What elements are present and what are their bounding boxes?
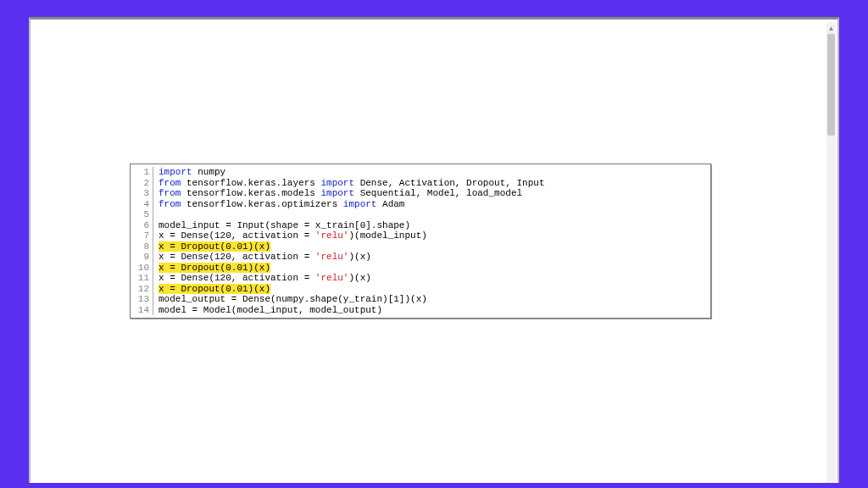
code-content: x = Dense(120, activation = 'relu')(x) [153,252,371,263]
code-content: x = Dense(120, activation = 'relu')(mode… [153,230,427,241]
code-content: model = Model(model_input, model_output) [153,305,382,316]
code-content: import numpy [153,167,225,178]
line-number: 9 [131,252,153,263]
code-line: 7x = Dense(120, activation = 'relu')(mod… [131,230,710,241]
code-line: 1import numpy [131,167,710,178]
line-number: 13 [131,294,153,305]
line-number: 8 [131,241,153,252]
line-number: 7 [131,230,153,241]
code-line: 2from tensorflow.keras.layers import Den… [131,178,710,189]
code-content: x = Dropout(0.01)(x) [153,284,270,295]
code-content [153,209,159,220]
code-line: 14model = Model(model_input, model_outpu… [131,305,710,316]
code-content: x = Dropout(0.01)(x) [153,241,270,252]
scroll-thumb[interactable] [827,34,835,136]
code-content: from tensorflow.keras.models import Sequ… [153,188,522,199]
line-number: 6 [131,220,153,231]
code-line: 10x = Dropout(0.01)(x) [131,263,710,274]
code-line: 8x = Dropout(0.01)(x) [131,241,710,252]
code-content: from tensorflow.keras.optimizers import … [153,199,404,210]
code-content: x = Dropout(0.01)(x) [153,263,270,274]
line-number: 12 [131,284,153,295]
document-page: 1import numpy2from tensorflow.keras.laye… [29,17,839,483]
code-content: model_output = Dense(numpy.shape(y_train… [153,294,427,305]
code-content: from tensorflow.keras.layers import Dens… [153,178,544,189]
line-number: 5 [131,209,153,220]
code-listing: 1import numpy2from tensorflow.keras.laye… [130,164,711,319]
line-number: 3 [131,188,153,199]
line-number: 4 [131,199,153,210]
line-number: 1 [131,167,153,178]
vertical-scrollbar[interactable]: ▲ [826,23,836,483]
code-line: 9x = Dense(120, activation = 'relu')(x) [131,252,710,263]
code-line: 13model_output = Dense(numpy.shape(y_tra… [131,294,710,305]
code-line: 6model_input = Input(shape = x_train[0].… [131,220,710,231]
line-number: 2 [131,178,153,189]
code-line: 11x = Dense(120, activation = 'relu')(x) [131,273,710,284]
code-line: 3from tensorflow.keras.models import Seq… [131,188,710,199]
scroll-up-icon[interactable]: ▲ [826,23,836,33]
code-content: model_input = Input(shape = x_train[0].s… [153,220,410,231]
code-content: x = Dense(120, activation = 'relu')(x) [153,273,371,284]
code-line: 5 [131,209,710,220]
line-number: 10 [131,263,153,274]
code-line: 12x = Dropout(0.01)(x) [131,284,710,295]
line-number: 11 [131,273,153,284]
line-number: 14 [131,305,153,316]
code-line: 4from tensorflow.keras.optimizers import… [131,199,710,210]
